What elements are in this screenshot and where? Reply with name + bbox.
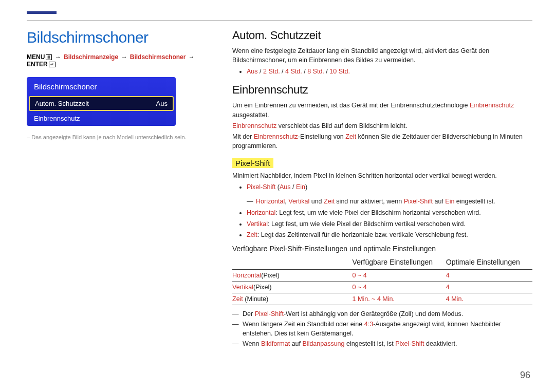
page-title: Bildschirmschoner xyxy=(27,29,217,46)
section-paragraph: Um ein Einbrennen zu vermeiden, ist das … xyxy=(232,101,532,119)
option-list: Aus / 2 Std. / 4 Std. / 8 Std. / 10 Std. xyxy=(247,67,532,76)
section-paragraph: Minimiert Nachbilder, indem Pixel in kle… xyxy=(232,171,532,180)
header-rule xyxy=(27,21,532,21)
osd-menu-title: Bildschirmschoner xyxy=(27,77,176,96)
table-heading: Verfügbare Pixel-Shift-Einstellungen und… xyxy=(232,245,532,253)
osd-menu: Bildschirmschoner Autom. Schutzzeit Aus … xyxy=(27,77,176,126)
table-row: Horizontal(Pixel) 0 ~ 4 4 xyxy=(232,269,532,281)
option-value: 4 Std. xyxy=(285,68,302,75)
subsection-highlight: Pixel-Shift xyxy=(232,158,273,168)
right-column: Autom. Schutzzeit Wenn eine festgelegte … xyxy=(232,29,532,377)
table-row: Vertikal(Pixel) 0 ~ 4 4 xyxy=(232,281,532,293)
left-column: Bildschirmschoner MENUⅢ → Bildschirmanze… xyxy=(27,29,217,377)
table-row: Zeit (Minute) 1 Min. ~ 4 Min. 4 Min. xyxy=(232,293,532,305)
list-item: Zeit: Legt das Zeitintervall für die hor… xyxy=(247,230,532,239)
footnote: Wenn Bildformat auf Bildanpassung einges… xyxy=(232,339,532,348)
header-accent-bar xyxy=(27,11,57,14)
arrow-icon: → xyxy=(188,53,196,61)
footnote: Wenn längere Zeit ein Standbild oder ein… xyxy=(232,320,532,338)
option-value: 2 Std. xyxy=(263,68,280,75)
osd-menu-item-selected[interactable]: Autom. Schutzzeit Aus xyxy=(29,96,174,111)
osd-item-value: Aus xyxy=(156,100,168,107)
page-body: Bildschirmschoner MENUⅢ → Bildschirmanze… xyxy=(27,29,532,377)
breadcrumb: MENUⅢ → Bildschirmanzeige → Bildschirmsc… xyxy=(27,53,217,68)
option-value: 8 Std. xyxy=(307,68,324,75)
table-header xyxy=(232,256,353,270)
inline-note: Horizontal, Vertikal und Zeit sind nur a… xyxy=(232,197,532,206)
option-value: Aus xyxy=(247,68,258,75)
section-heading: Einbrennschutz xyxy=(232,83,532,97)
section-heading: Autom. Schutzzeit xyxy=(232,29,532,42)
list-item: Pixel-Shift (Aus / Ein) xyxy=(247,182,532,192)
arrow-icon: → xyxy=(120,53,128,61)
list-item: Horizontal: Legt fest, um wie viele Pixe… xyxy=(247,208,532,217)
table-header: Verfügbare Einstellungen xyxy=(353,256,446,270)
breadcrumb-menu: MENU xyxy=(27,53,45,61)
footnote: Der Pixel-Shift-Wert ist abhängig von de… xyxy=(232,309,532,319)
list-item: Vertikal: Legt fest, um wie viele Pixel … xyxy=(247,219,532,229)
osd-menu-item[interactable]: Einbrennschutz xyxy=(27,111,176,126)
menu-icon: Ⅲ xyxy=(46,54,52,60)
breadcrumb-enter: ENTER xyxy=(27,61,48,68)
breadcrumb-item: Bildschirmschoner xyxy=(130,53,186,61)
settings-table: Verfügbare Einstellungen Optimale Einste… xyxy=(232,256,532,305)
enter-icon: ↵ xyxy=(49,62,55,67)
arrow-icon: → xyxy=(54,53,62,61)
breadcrumb-item: Bildschirmanzeige xyxy=(64,53,118,61)
page-number: 96 xyxy=(520,370,530,381)
section-paragraph: Mit der Einbrennschutz-Einstellung von Z… xyxy=(232,132,532,151)
section-paragraph: Einbrennschutz verschiebt das Bild auf d… xyxy=(232,121,532,130)
osd-item-label: Autom. Schutzzeit xyxy=(35,100,89,107)
option-value: 10 Std. xyxy=(329,68,350,75)
section-paragraph: Wenn eine festgelegte Zeitdauer lang ein… xyxy=(232,46,532,65)
table-header: Optimale Einstellungen xyxy=(446,256,532,270)
osd-item-label: Einbrennschutz xyxy=(34,115,80,122)
figure-caption: Das angezeigte Bild kann je nach Modell … xyxy=(27,134,217,140)
